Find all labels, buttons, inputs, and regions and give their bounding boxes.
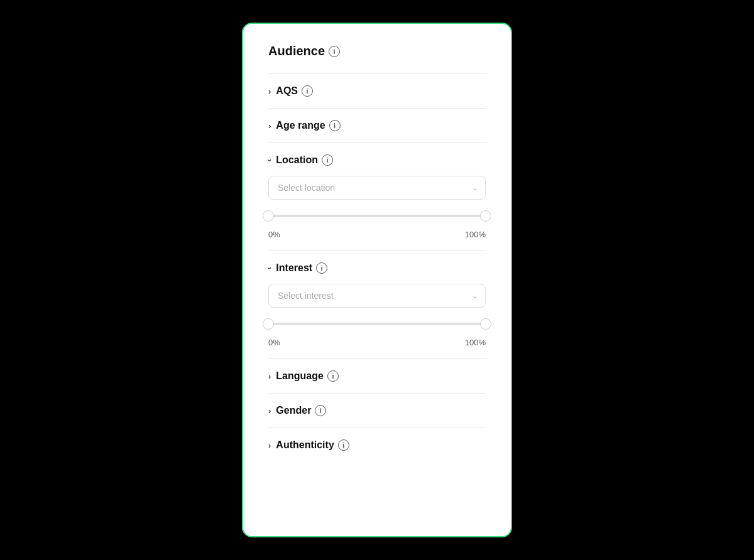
location-range-fill [268,215,486,217]
location-info-icon[interactable]: i [322,154,333,166]
location-range-min: 0% [268,230,280,239]
interest-range-labels: 0% 100% [268,338,486,347]
interest-range-track[interactable] [268,323,486,325]
interest-range-thumb-left[interactable] [263,318,274,330]
location-range-thumb-right[interactable] [480,210,491,222]
aqs-chevron-icon: › [268,87,271,96]
location-range-labels: 0% 100% [268,230,486,239]
section-aqs: › AQS i [268,73,486,108]
gender-chevron-icon: › [268,406,271,416]
authenticity-info-icon[interactable]: i [338,439,349,451]
aqs-label: AQS i [276,85,313,97]
panel-title: Audience i [268,44,486,58]
age-range-info-icon[interactable]: i [329,120,341,131]
panel-title-text: Audience [268,44,325,58]
interest-label: Interest i [276,262,327,274]
section-age-range-header[interactable]: › Age range i [268,120,486,131]
interest-range-min: 0% [268,338,280,347]
section-aqs-header[interactable]: › AQS i [268,85,486,97]
location-range-max: 100% [465,230,486,239]
section-authenticity: › Authenticity i [268,428,486,462]
aqs-info-icon[interactable]: i [302,85,313,97]
interest-select-wrapper: Select interest ⌄ [268,284,486,308]
gender-label: Gender i [276,405,326,416]
location-label: Location i [276,154,333,166]
interest-range: 0% 100% [268,316,486,347]
location-chevron-icon: › [265,159,275,161]
authenticity-chevron-icon: › [268,441,271,450]
age-range-chevron-icon: › [268,121,271,131]
language-info-icon[interactable]: i [327,370,339,382]
section-language: › Language i [268,358,486,393]
interest-info-icon[interactable]: i [316,262,327,274]
interest-range-fill [268,323,486,325]
interest-chevron-icon: › [265,267,275,269]
location-range: 0% 100% [268,208,486,239]
section-interest-header[interactable]: › Interest i [268,262,486,274]
authenticity-label: Authenticity i [276,439,349,451]
audience-info-icon[interactable]: i [329,46,340,57]
section-gender-header[interactable]: › Gender i [268,405,486,416]
section-location-header[interactable]: › Location i [268,154,486,166]
interest-range-max: 100% [465,338,486,347]
location-select[interactable]: Select location [268,176,486,200]
interest-range-thumb-right[interactable] [480,318,491,330]
location-range-track[interactable] [268,215,486,217]
section-language-header[interactable]: › Language i [268,370,486,382]
interest-content: Select interest ⌄ 0% 100% [268,284,486,347]
section-age-range: › Age range i [268,108,486,143]
interest-select[interactable]: Select interest [268,284,486,308]
section-authenticity-header[interactable]: › Authenticity i [268,439,486,451]
section-location: › Location i Select location ⌄ 0% [268,143,486,250]
gender-info-icon[interactable]: i [315,405,326,416]
location-select-wrapper: Select location ⌄ [268,176,486,200]
language-label: Language i [276,370,339,382]
age-range-label: Age range i [276,120,340,131]
location-content: Select location ⌄ 0% 100% [268,176,486,239]
audience-panel: Audience i › AQS i › Age range i › Locat… [242,23,512,537]
location-range-thumb-left[interactable] [263,210,274,222]
section-gender: › Gender i [268,393,486,428]
language-chevron-icon: › [268,372,271,381]
section-interest: › Interest i Select interest ⌄ 0% [268,250,486,358]
